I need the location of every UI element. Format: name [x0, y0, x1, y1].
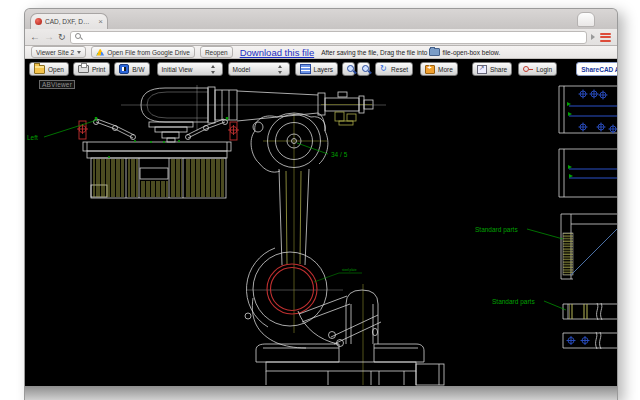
forward-button[interactable]: → — [44, 32, 54, 42]
open-folder-icon — [34, 65, 45, 74]
key-icon — [523, 65, 533, 73]
folder-icon — [429, 48, 440, 56]
view-select[interactable]: Initial View — [157, 62, 223, 76]
zoom-in-button[interactable] — [342, 62, 355, 76]
select-arrows-icon — [211, 65, 218, 74]
cad-canvas[interactable]: Open Print B/W Initial View Model Layers — [25, 59, 617, 386]
search-icon — [75, 33, 83, 41]
standard-parts-label-a: Standard parts — [475, 226, 518, 234]
elbow-label: steel plate — [342, 268, 357, 272]
viewer-site-button[interactable]: Viewer Site 2 — [31, 46, 86, 58]
download-file-link[interactable]: Download this file — [240, 47, 314, 58]
reset-icon — [380, 65, 388, 73]
viewer-toolbar: Open Print B/W Initial View Model Layers — [25, 61, 617, 77]
browser-window: CAD, DXF, DWG Viewer fo × ← → ↻ Viewer S… — [24, 8, 618, 400]
detail-views — [559, 86, 617, 349]
browser-tab[interactable]: CAD, DXF, DWG Viewer fo × — [30, 13, 108, 29]
select-arrows-icon — [278, 65, 285, 74]
ratio-label: 34 / 5 — [331, 151, 348, 158]
annotations: - Left 34 / 5 steel plate Standard parts… — [25, 120, 566, 310]
tab-strip: CAD, DXF, DWG Viewer fo × — [25, 9, 617, 29]
drag-hint-text: After saving the file, Drag the file int… — [321, 48, 500, 56]
black-white-icon — [119, 64, 129, 74]
open-from-drive-button[interactable]: Open File from Google Drive — [91, 46, 195, 58]
share-button[interactable]: Share — [472, 62, 512, 76]
zoom-in-icon — [347, 65, 356, 74]
chevron-right-icon[interactable] — [591, 34, 595, 40]
robot-upper-arm — [141, 87, 373, 142]
open-button[interactable]: Open — [29, 62, 69, 76]
window-bottom-shadow — [25, 386, 617, 400]
layers-button[interactable]: Layers — [295, 62, 339, 76]
layers-icon — [300, 64, 311, 74]
tab-title: CAD, DXF, DWG Viewer fo — [45, 18, 95, 25]
google-drive-icon — [96, 49, 104, 56]
reopen-button[interactable]: Reopen — [200, 46, 233, 58]
cad-drawing[interactable]: - Left 34 / 5 steel plate Standard parts… — [25, 59, 617, 386]
printer-icon — [78, 65, 89, 73]
zoom-out-button[interactable] — [357, 62, 370, 76]
address-bar[interactable] — [70, 31, 587, 44]
screenshot: CAD, DXF, DWG Viewer fo × ← → ↻ Viewer S… — [0, 0, 640, 400]
sharecad-api-button[interactable]: ShareCAD API — [576, 62, 617, 76]
new-tab-button[interactable] — [577, 12, 595, 27]
print-button[interactable]: Print — [73, 62, 110, 76]
left-label: - Left — [25, 134, 38, 141]
reload-button[interactable]: ↻ — [58, 32, 66, 42]
tab-favicon-icon — [35, 18, 42, 25]
standard-parts-label-b: Standard parts — [492, 298, 535, 306]
reset-button[interactable]: Reset — [375, 62, 413, 76]
back-button[interactable]: ← — [30, 32, 40, 42]
login-button[interactable]: Login — [518, 62, 557, 76]
share-icon — [477, 65, 487, 74]
tab-close-icon[interactable]: × — [98, 18, 103, 26]
abviewer-watermark: ABViewer — [39, 80, 75, 89]
layout-select[interactable]: Model — [228, 62, 290, 76]
chevron-down-icon — [77, 51, 81, 54]
more-button[interactable]: More — [420, 62, 458, 76]
more-icon — [425, 65, 435, 74]
action-bar: Viewer Site 2 Open File from Google Driv… — [25, 46, 617, 59]
bw-toggle-button[interactable]: B/W — [114, 62, 149, 76]
browser-menu-icon[interactable] — [599, 32, 612, 43]
navigation-bar: ← → ↻ — [25, 29, 617, 46]
left-fixture — [77, 117, 239, 198]
zoom-out-icon — [362, 65, 371, 74]
shoulder-joint — [251, 113, 328, 172]
